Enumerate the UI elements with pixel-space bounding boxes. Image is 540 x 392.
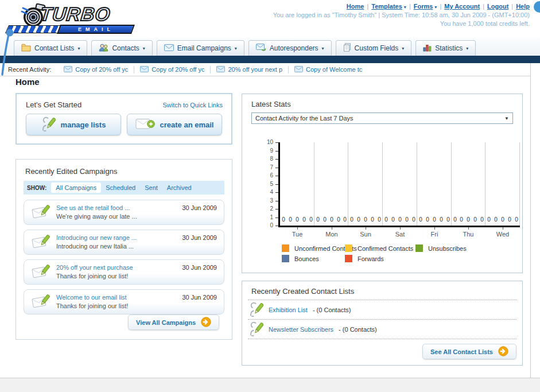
callout-pointer: [0, 28, 17, 79]
tab-label: Autoresponders: [270, 44, 318, 52]
person-pencil-icon: [249, 321, 263, 338]
chevron-down-icon: ▾: [235, 46, 237, 51]
manage-lists-button[interactable]: manage lists: [26, 114, 121, 135]
autoresponder-icon: [256, 44, 266, 53]
tab-contact-lists[interactable]: Contact Lists▾: [14, 40, 87, 56]
y-axis-label: 10: [259, 139, 273, 145]
x-axis-tick: [400, 227, 401, 230]
campaign-row[interactable]: Introducing our new range ...Introducing…: [24, 230, 224, 255]
nav-separator: |: [511, 3, 513, 10]
campaign-title-link[interactable]: 20% off your next purchase: [56, 263, 176, 272]
switch-to-quick-links-link[interactable]: Switch to Quick Links: [162, 102, 223, 108]
campaign-title-link[interactable]: Introducing our new range ...: [56, 234, 176, 242]
recent-activity-item[interactable]: Copy of 20% off yc: [134, 66, 211, 73]
legend-swatch: [415, 244, 423, 252]
contact-list-link[interactable]: Exhibition List: [269, 306, 308, 313]
help-bubble-icon[interactable]: [534, 1, 540, 13]
data-value-label: 0: [397, 216, 403, 223]
see-all-contact-lists-button[interactable]: See All Contact Lists: [422, 344, 516, 359]
top-header: TURBO EMAIL Home|Templates▾|Forms▾|My Ac…: [0, 0, 540, 38]
top-link-my-account[interactable]: My Account: [444, 3, 480, 10]
data-value-label: 0: [479, 216, 485, 223]
campaign-text: 20% off your next purchaseThanks for joi…: [56, 263, 176, 281]
data-value-label: 0: [356, 216, 362, 223]
tab-custom-fields[interactable]: Custom Fields▾: [336, 40, 412, 56]
chevron-down-icon: ▾: [404, 5, 406, 10]
campaign-text: See us at the retail food ...We're givin…: [56, 204, 176, 222]
logo-banner-text: EMAIL: [78, 26, 114, 32]
page-title: Home: [15, 77, 40, 87]
get-started-panel: Let's Get Started Switch to Quick Links …: [15, 93, 232, 145]
recent-activity-item[interactable]: Copy of Welcome tc: [289, 66, 368, 73]
nav-separator: |: [409, 3, 411, 10]
filter-all-campaigns[interactable]: All Campaigns: [51, 183, 101, 193]
stats-period-value: Contact Activity for the Last 7 Days: [255, 115, 353, 122]
dotted-divider: [248, 339, 516, 339]
tab-contacts[interactable]: Contacts▾: [91, 40, 152, 56]
tab-statistics[interactable]: Statistics▾: [415, 40, 476, 56]
top-link-templates[interactable]: Templates: [371, 3, 402, 10]
top-link-help[interactable]: Help: [516, 3, 530, 10]
x-axis-label: Sun: [348, 231, 383, 238]
create-email-label: create an email: [160, 121, 214, 129]
y-axis-label: 7: [259, 164, 273, 170]
pages-icon: [343, 43, 351, 53]
create-an-email-button[interactable]: create an email: [127, 114, 222, 135]
campaign-row[interactable]: 20% off your next purchaseThanks for joi…: [24, 259, 224, 285]
data-value-label: 0: [308, 216, 314, 223]
chart-legend: Unconfirmed ContactsConfirmed ContactsUn…: [242, 244, 522, 269]
data-value-label: 0: [459, 216, 464, 223]
campaign-title-link[interactable]: Welcome to our email list: [56, 293, 176, 302]
x-axis-tick: [332, 227, 332, 230]
legend-label: Forwards: [358, 255, 384, 262]
filter-archived[interactable]: Archived: [162, 183, 196, 193]
top-link-forms[interactable]: Forms: [414, 3, 433, 10]
recent-activity-item[interactable]: 20% off your next p: [211, 66, 289, 73]
stats-period-select[interactable]: Contact Activity for the Last 7 Days ▼: [251, 112, 513, 124]
contact-list-row[interactable]: Newsletter Subscribers - (0 Contacts): [242, 320, 522, 339]
top-right-block: Home|Templates▾|Forms▾|My Account|Logout…: [273, 3, 530, 27]
tab-autoresponders[interactable]: Autoresponders▾: [248, 40, 332, 56]
envelope-pencil-icon: [31, 263, 50, 281]
top-link-logout[interactable]: Logout: [487, 3, 508, 10]
gridline: [451, 142, 452, 226]
recent-activity-item[interactable]: Copy of 20% off yc: [58, 66, 134, 73]
data-value-label: 0: [349, 216, 355, 223]
campaign-title-link[interactable]: See us at the retail food ...: [56, 204, 176, 212]
campaign-subtitle: Thanks for joining our list!: [56, 302, 176, 311]
campaign-row[interactable]: Welcome to our email listThanks for join…: [24, 289, 224, 315]
view-all-campaigns-button[interactable]: View All Campaigns: [128, 315, 219, 330]
y-axis-tick: [275, 151, 278, 152]
contact-list-link[interactable]: Newsletter Subscribers: [269, 326, 333, 333]
y-axis-tick: [275, 176, 278, 176]
campaign-date: 30 Jun 2009: [182, 294, 217, 301]
data-value-label: 0: [281, 216, 286, 223]
folder-icon: [21, 44, 31, 53]
chevron-down-icon: ▾: [322, 46, 324, 51]
data-value-label: 0: [438, 216, 444, 223]
contact-list-row[interactable]: Exhibition List - (0 Contacts): [242, 300, 522, 319]
data-value-label: 0: [452, 216, 458, 223]
top-link-home[interactable]: Home: [347, 3, 364, 10]
campaign-row[interactable]: See us at the retail food ...We're givin…: [24, 200, 224, 225]
x-axis-tick: [366, 227, 366, 230]
data-value-label: 0: [336, 216, 341, 223]
filter-sent[interactable]: Sent: [140, 183, 162, 193]
recent-activity-bar: Recent Activity: Copy of 20% off ycCopy …: [0, 63, 530, 76]
campaign-subtitle: Thanks for joining our list!: [56, 272, 176, 281]
tab-label: Contacts: [112, 44, 139, 52]
chevron-down-icon: ▾: [466, 46, 468, 51]
arrow-circle-icon: [498, 346, 508, 358]
tab-email-campaigns[interactable]: Email Campaigns▾: [157, 40, 244, 56]
data-value-label: 0: [315, 216, 321, 223]
legend-swatch: [282, 244, 289, 252]
legend-swatch: [282, 255, 289, 262]
envelope-pencil-icon: [31, 293, 50, 311]
filter-scheduled[interactable]: Scheduled: [101, 183, 140, 193]
y-axis-tick: [275, 201, 278, 201]
gridline: [314, 142, 314, 226]
y-axis-tick: [275, 218, 278, 218]
campaign-date: 30 Jun 2009: [182, 264, 217, 271]
x-axis-label: Thu: [451, 231, 485, 238]
data-value-label: 0: [493, 216, 499, 223]
